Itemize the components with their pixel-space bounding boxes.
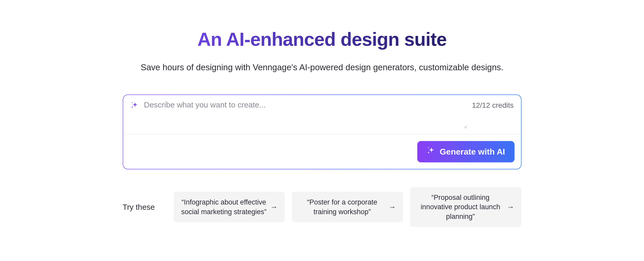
suggestions-row: Try these “Infographic about effective s… xyxy=(123,187,522,227)
sparkle-icon xyxy=(427,146,435,157)
hero-subtitle: Save hours of designing with Venngage's … xyxy=(141,62,503,72)
prompt-container: 12/12 credits Generate with AI xyxy=(123,94,522,169)
suggestion-text: “Poster for a corporate training worksho… xyxy=(299,198,385,217)
arrow-right-icon: → xyxy=(507,203,514,211)
credits-indicator: 12/12 credits xyxy=(467,100,513,110)
sparkle-icon xyxy=(131,101,139,111)
generate-button-label: Generate with AI xyxy=(440,147,505,157)
generate-button[interactable]: Generate with AI xyxy=(417,141,514,162)
prompt-inner: 12/12 credits Generate with AI xyxy=(123,95,521,169)
suggestion-text: “Proposal outlining innovative product l… xyxy=(418,193,503,221)
suggestion-text: “Infographic about effective social mark… xyxy=(181,198,266,217)
suggestion-card-proposal[interactable]: “Proposal outlining innovative product l… xyxy=(410,187,521,227)
prompt-input[interactable] xyxy=(144,100,467,128)
arrow-right-icon: → xyxy=(388,203,396,211)
suggestion-card-infographic[interactable]: “Infographic about effective social mark… xyxy=(174,192,285,222)
hero-title: An AI-enhanced design suite xyxy=(197,29,446,50)
prompt-input-section: 12/12 credits xyxy=(123,95,521,135)
suggestions-label: Try these xyxy=(123,203,155,212)
suggestion-card-poster[interactable]: “Poster for a corporate training worksho… xyxy=(292,192,403,222)
arrow-right-icon: → xyxy=(270,203,277,211)
prompt-action-section: Generate with AI xyxy=(123,135,521,169)
